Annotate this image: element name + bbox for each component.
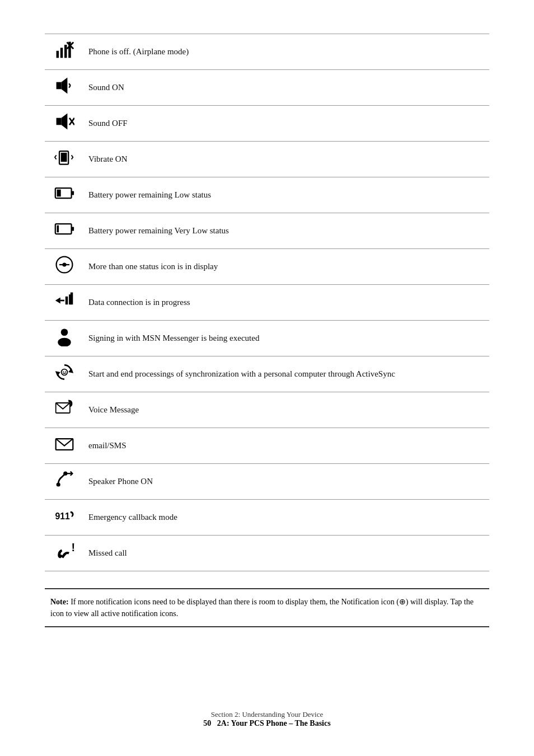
table-row: Speaker Phone ON xyxy=(45,464,489,500)
row-description: Battery power remaining Low status xyxy=(84,177,489,213)
table-row: Data connection is in progress xyxy=(45,285,489,321)
svg-marker-27 xyxy=(55,298,60,304)
table-row: Sound ON xyxy=(45,70,489,106)
svg-rect-0 xyxy=(57,51,59,58)
table-row: Vibrate ON xyxy=(45,142,489,177)
vibrate-on-icon xyxy=(45,142,84,177)
svg-text:911: 911 xyxy=(55,511,70,521)
svg-rect-15 xyxy=(72,191,74,195)
svg-point-38 xyxy=(57,482,60,486)
sound-off-icon xyxy=(45,106,84,142)
voice-message-icon xyxy=(45,392,84,428)
row-description: Vibrate ON xyxy=(84,142,489,177)
svg-point-34 xyxy=(63,371,64,372)
missed-call-icon: ! xyxy=(45,536,84,571)
activesync-icon xyxy=(45,356,84,392)
svg-point-23 xyxy=(62,262,66,266)
row-description: Phone is off. (Airplane mode) xyxy=(84,34,489,70)
footer: Section 2: Understanding Your Device 50 … xyxy=(45,710,489,728)
msn-icon xyxy=(45,321,84,356)
table-row: Start and end processings of synchroniza… xyxy=(45,356,489,392)
svg-rect-16 xyxy=(57,190,61,197)
svg-marker-9 xyxy=(62,114,68,130)
note-text: If more notification icons need to be di… xyxy=(50,598,474,618)
row-description: Speaker Phone ON xyxy=(84,464,489,500)
svg-marker-32 xyxy=(55,371,60,376)
footer-page-number: 50 xyxy=(203,719,211,727)
airplane-mode-icon xyxy=(45,34,84,70)
svg-rect-2 xyxy=(64,45,67,58)
row-description: Start and end processings of synchroniza… xyxy=(84,356,489,392)
table-row: Phone is off. (Airplane mode) xyxy=(45,34,489,70)
row-description: Signing in with MSN Messenger is being e… xyxy=(84,321,489,356)
icons-table: Phone is off. (Airplane mode) Sound ON S… xyxy=(45,34,489,571)
svg-text:!: ! xyxy=(72,541,74,553)
table-row: More than one status icon is in display xyxy=(45,249,489,285)
svg-marker-31 xyxy=(68,368,73,373)
table-row: Voice Message xyxy=(45,392,489,428)
svg-rect-13 xyxy=(61,153,67,162)
svg-rect-8 xyxy=(57,118,62,125)
emergency-icon: 911 xyxy=(45,500,84,536)
email-sms-icon xyxy=(45,428,84,464)
data-connection-icon xyxy=(45,285,84,321)
table-row: 911 Emergency callback mode xyxy=(45,500,489,536)
row-description: Battery power remaining Very Low status xyxy=(84,213,489,249)
svg-rect-26 xyxy=(71,293,73,305)
svg-rect-19 xyxy=(57,226,59,233)
table-row: email/SMS xyxy=(45,428,489,464)
footer-chapter: 50 2A: Your PCS Phone – The Basics xyxy=(203,719,330,728)
battery-very-low-icon: ! xyxy=(45,213,84,249)
speaker-phone-icon xyxy=(45,464,84,500)
svg-rect-6 xyxy=(57,82,62,90)
table-row: Signing in with MSN Messenger is being e… xyxy=(45,321,489,356)
row-description: Data connection is in progress xyxy=(84,285,489,321)
table-row: ! Battery power remaining Very Low statu… xyxy=(45,213,489,249)
row-description: Sound OFF xyxy=(84,106,489,142)
sound-on-icon xyxy=(45,70,84,106)
svg-point-35 xyxy=(65,371,66,372)
battery-low-icon xyxy=(45,177,84,213)
row-description: More than one status icon is in display xyxy=(84,249,489,285)
table-row: Sound OFF xyxy=(45,106,489,142)
svg-point-33 xyxy=(62,369,68,375)
svg-point-29 xyxy=(61,329,68,336)
svg-rect-24 xyxy=(65,297,68,304)
note-label: Note: xyxy=(50,598,69,606)
footer-chapter-title: 2A: Your PCS Phone – The Basics xyxy=(217,719,331,727)
row-description: Missed call xyxy=(84,536,489,571)
row-description: Voice Message xyxy=(84,392,489,428)
footer-section: Section 2: Understanding Your Device xyxy=(211,710,323,719)
row-description: Sound ON xyxy=(84,70,489,106)
svg-rect-1 xyxy=(60,48,63,58)
row-description: Emergency callback mode xyxy=(84,500,489,536)
svg-point-30 xyxy=(58,338,71,346)
svg-marker-7 xyxy=(62,78,68,94)
table-row: Battery power remaining Low status xyxy=(45,177,489,213)
note-box: Note: If more notification icons need to… xyxy=(45,588,489,627)
table-row: ! Missed call xyxy=(45,536,489,571)
page-container: Phone is off. (Airplane mode) Sound ON S… xyxy=(0,0,534,756)
row-description: email/SMS xyxy=(84,428,489,464)
svg-rect-18 xyxy=(72,227,74,231)
multi-status-icon xyxy=(45,249,84,285)
